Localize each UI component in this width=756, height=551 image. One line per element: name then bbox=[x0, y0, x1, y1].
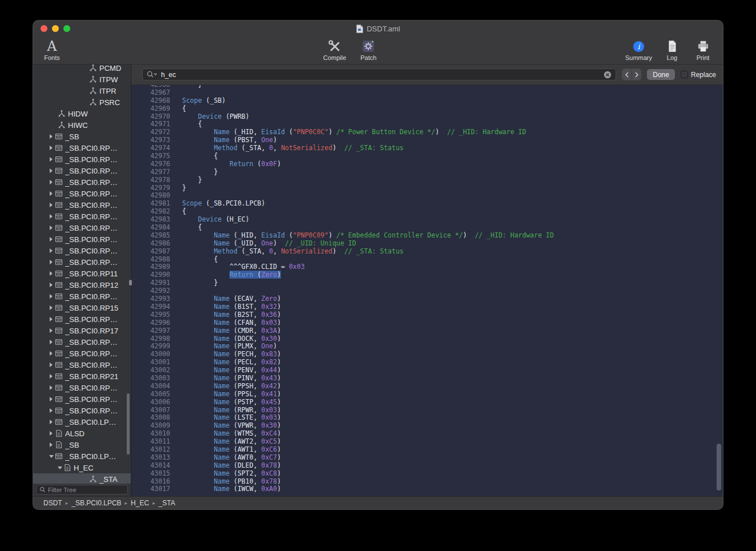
splitter-handle[interactable] bbox=[129, 280, 132, 285]
disclosure-triangle-icon[interactable] bbox=[47, 154, 55, 165]
scope-icon bbox=[55, 315, 63, 323]
code-editor[interactable]: 42966 }4296742968Scope (_SB)42969{42970 … bbox=[131, 85, 723, 496]
disclosure-triangle-icon[interactable] bbox=[47, 325, 55, 336]
tree-item[interactable]: _SB.PCI0.LP… bbox=[33, 451, 131, 462]
disclosure-triangle-icon[interactable] bbox=[47, 222, 55, 234]
disclosure-triangle-icon[interactable] bbox=[47, 416, 55, 428]
tree-item[interactable]: _SB.PCI0.RP… bbox=[33, 142, 131, 154]
tree-item[interactable]: HIDW bbox=[33, 108, 131, 119]
tree-item[interactable]: ITPW bbox=[33, 74, 131, 85]
tree-item[interactable]: ITPR bbox=[33, 85, 131, 96]
tree-item[interactable]: H_EC bbox=[33, 462, 131, 473]
disclosure-triangle-icon[interactable] bbox=[47, 199, 55, 211]
tree-item[interactable]: _SB.PCI0.RP… bbox=[33, 211, 131, 222]
breadcrumb-item[interactable]: _SB.PCI0.LPCB bbox=[71, 499, 121, 507]
clear-search-icon[interactable] bbox=[604, 71, 612, 79]
disclosure-triangle-icon[interactable] bbox=[47, 405, 55, 416]
disclosure-triangle-icon[interactable] bbox=[47, 451, 55, 462]
tree-item[interactable]: _SB.PCI0.RP… bbox=[33, 165, 131, 176]
tree-item-label: ALSD bbox=[65, 429, 85, 438]
breadcrumb-item[interactable]: _STA bbox=[159, 499, 175, 507]
tree-item[interactable]: _SB.PCI0.RP… bbox=[33, 313, 131, 325]
breadcrumb-item[interactable]: DSDT bbox=[43, 499, 62, 507]
tree-item[interactable]: _SB.PCI0.RP… bbox=[33, 405, 131, 416]
breadcrumb-item[interactable]: H_EC bbox=[131, 499, 149, 507]
replace-checkbox[interactable] bbox=[681, 71, 688, 78]
tree-item[interactable]: _SB.PCI0.RP… bbox=[33, 222, 131, 234]
disclosure-triangle-icon[interactable] bbox=[47, 302, 55, 313]
disclosure-triangle-icon[interactable] bbox=[47, 348, 55, 359]
close-button[interactable] bbox=[41, 25, 47, 32]
tree-item[interactable]: _SB.PCI0.RP… bbox=[33, 291, 131, 302]
disclosure-triangle-icon[interactable] bbox=[47, 359, 55, 371]
tree-item[interactable]: _SB.PCI0.RP… bbox=[33, 245, 131, 256]
disclosure-triangle-icon[interactable] bbox=[47, 371, 55, 382]
tree-item[interactable]: _SB.PCI0.RP… bbox=[33, 154, 131, 165]
disclosure-triangle-icon[interactable] bbox=[47, 382, 55, 393]
tree-item[interactable]: _SB.PCI0.RP… bbox=[33, 393, 131, 405]
sidebar-scrollbar[interactable] bbox=[127, 393, 130, 455]
tree-item[interactable]: HIWC bbox=[33, 119, 131, 131]
disclosure-triangle-icon[interactable] bbox=[47, 165, 55, 176]
disclosure-triangle-icon[interactable] bbox=[47, 268, 55, 279]
patch-button[interactable]: Patch bbox=[357, 38, 379, 61]
disclosure-triangle-icon[interactable] bbox=[47, 176, 55, 188]
method-icon bbox=[89, 65, 97, 72]
filter-field[interactable] bbox=[36, 485, 128, 494]
tree-item[interactable]: _SB.PCI0.RP… bbox=[33, 336, 131, 348]
filter-tree-input[interactable] bbox=[48, 486, 124, 493]
disclosure-triangle-icon[interactable] bbox=[47, 313, 55, 325]
search-scope-icon[interactable] bbox=[147, 71, 158, 78]
tree-item[interactable]: ALSD bbox=[33, 428, 131, 439]
zoom-button[interactable] bbox=[63, 25, 70, 32]
disclosure-triangle-icon[interactable] bbox=[47, 336, 55, 348]
disclosure-triangle-icon[interactable] bbox=[47, 291, 55, 302]
compile-button[interactable]: Compile bbox=[323, 38, 346, 61]
tree-item[interactable]: _SB.PCI0.RP… bbox=[33, 382, 131, 393]
navigator-tree[interactable]: PCMDITPWITPRPSRCHIDWHIWC_SB_SB.PCI0.RP…_… bbox=[33, 65, 131, 484]
tree-item[interactable]: _SB.PCI0.RP12 bbox=[33, 279, 131, 291]
tree-item[interactable]: _SB.PCI0.RP… bbox=[33, 176, 131, 188]
tree-item[interactable]: _SB.PCI0.RP… bbox=[33, 188, 131, 199]
disclosure-triangle-icon[interactable] bbox=[47, 142, 55, 154]
tree-item[interactable]: _SB.PCI0.RP… bbox=[33, 348, 131, 359]
find-next-button[interactable] bbox=[632, 69, 641, 80]
disclosure-triangle-icon[interactable] bbox=[47, 428, 55, 439]
disclosure-triangle-icon[interactable] bbox=[47, 234, 55, 245]
fonts-button[interactable]: AFonts bbox=[41, 38, 63, 61]
tree-item[interactable]: _STA bbox=[33, 473, 131, 484]
tree-item[interactable]: _SB.PCI0.RP15 bbox=[33, 302, 131, 313]
tree-item[interactable]: _SB.PCI0.RP11 bbox=[33, 268, 131, 279]
tree-item[interactable]: PCMD bbox=[33, 65, 131, 74]
disclosure-triangle-icon[interactable] bbox=[47, 279, 55, 291]
disclosure-triangle-icon[interactable] bbox=[47, 131, 55, 142]
disclosure-triangle-icon[interactable] bbox=[47, 439, 55, 451]
log-button[interactable]: Log bbox=[661, 38, 683, 61]
disclosure-triangle-icon[interactable] bbox=[47, 211, 55, 222]
editor-scrollbar[interactable] bbox=[717, 444, 721, 490]
disclosure-triangle-icon[interactable] bbox=[56, 462, 63, 473]
tree-item[interactable]: _SB bbox=[33, 131, 131, 142]
tree-item[interactable]: _SB.PCI0.RP… bbox=[33, 359, 131, 371]
tree-item[interactable]: _SB.PCI0.RP… bbox=[33, 234, 131, 245]
tree-item[interactable]: _SB.PCI0.LP… bbox=[33, 416, 131, 428]
tree-item[interactable]: _SB.PCI0.RP17 bbox=[33, 325, 131, 336]
title-bar[interactable]: DSDT.aml bbox=[33, 21, 723, 37]
find-field[interactable] bbox=[142, 69, 616, 81]
tree-item[interactable]: PSRC bbox=[33, 96, 131, 108]
summary-button[interactable]: iSummary bbox=[625, 38, 652, 61]
tree-item[interactable]: _SB.PCI0.RP21 bbox=[33, 371, 131, 382]
tree-item[interactable]: _SB.PCI0.RP… bbox=[33, 256, 131, 268]
find-previous-button[interactable] bbox=[622, 69, 632, 80]
minimize-button[interactable] bbox=[52, 25, 59, 32]
tree-item[interactable]: _SB.PCI0.RP… bbox=[33, 199, 131, 211]
line-number: 43007 bbox=[131, 407, 170, 415]
disclosure-triangle-icon[interactable] bbox=[47, 393, 55, 405]
done-button[interactable]: Done bbox=[647, 69, 675, 80]
print-button[interactable]: Print bbox=[692, 38, 714, 61]
disclosure-triangle-icon[interactable] bbox=[47, 256, 55, 268]
disclosure-triangle-icon[interactable] bbox=[47, 188, 55, 199]
disclosure-triangle-icon[interactable] bbox=[47, 245, 55, 256]
tree-item[interactable]: _SB bbox=[33, 439, 131, 451]
find-input[interactable] bbox=[161, 71, 600, 79]
